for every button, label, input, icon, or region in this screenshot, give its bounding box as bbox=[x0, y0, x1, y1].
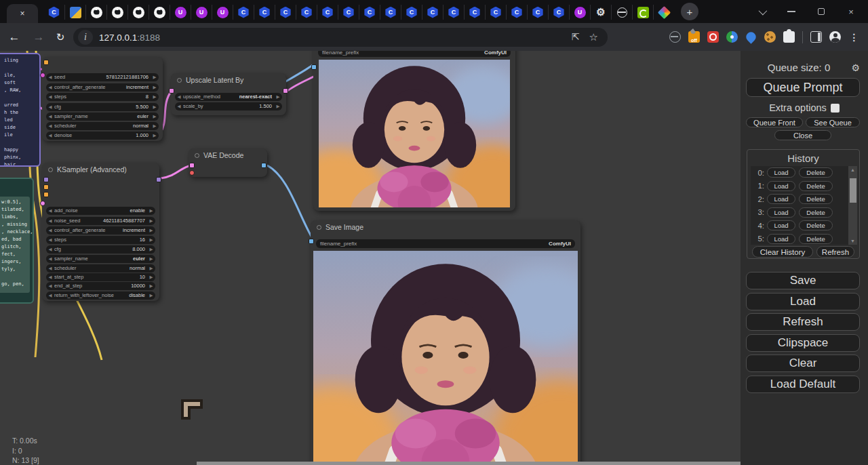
ksampler-node[interactable]: ◀seed578122121881706▶ ◀control_after_gen… bbox=[42, 57, 163, 141]
off-badge-extension-icon[interactable]: off bbox=[688, 31, 700, 43]
decrement-arrow[interactable]: ◀ bbox=[46, 85, 54, 90]
decrement-arrow[interactable]: ◀ bbox=[46, 247, 54, 252]
increment-arrow[interactable]: ▶ bbox=[147, 266, 155, 271]
decrement-arrow[interactable]: ◀ bbox=[46, 293, 54, 298]
tab-favicon-comfyui[interactable]: C bbox=[548, 5, 569, 20]
decrement-arrow[interactable]: ◀ bbox=[46, 228, 54, 233]
settings-gear-icon[interactable]: ⚙ bbox=[851, 62, 860, 73]
tab-favicon-comfyui[interactable]: C bbox=[527, 5, 548, 20]
collapse-dot-icon[interactable] bbox=[317, 225, 321, 230]
address-bar[interactable]: i 127.0.0.1:8188 ⇱ ☆ bbox=[73, 28, 608, 47]
tab-favicon-comfyui[interactable]: C bbox=[422, 5, 443, 20]
collapse-dot-icon[interactable] bbox=[177, 78, 182, 83]
minimize-button[interactable] bbox=[787, 7, 796, 16]
decrement-arrow[interactable]: ◀ bbox=[46, 218, 54, 224]
clipspace-button[interactable]: Clipspace bbox=[746, 334, 860, 352]
tab-favicon-ultralytics[interactable]: U bbox=[170, 5, 191, 20]
increment-arrow[interactable]: ▶ bbox=[151, 94, 159, 100]
tab-favicon-color-diamond[interactable] bbox=[653, 5, 674, 20]
bookmark-star-icon[interactable]: ☆ bbox=[589, 31, 598, 43]
widget-sampler-name[interactable]: ◀sampler_nameeuler▶ bbox=[46, 255, 155, 263]
generated-image-preview[interactable] bbox=[319, 60, 510, 207]
increment-arrow[interactable]: ▶ bbox=[151, 114, 159, 119]
decrement-arrow[interactable]: ◀ bbox=[46, 283, 54, 289]
active-tab[interactable]: × bbox=[7, 4, 38, 23]
history-delete-button[interactable]: Delete bbox=[799, 181, 833, 191]
widget-control-after-generate[interactable]: ◀control_after_generateincrement▶ bbox=[46, 83, 159, 92]
collapse-dot-icon[interactable] bbox=[195, 153, 199, 158]
tab-favicon-comfyui[interactable]: C bbox=[338, 5, 359, 20]
tab-favicon-comfyui[interactable]: C bbox=[443, 5, 464, 20]
increment-arrow[interactable]: ▶ bbox=[147, 256, 155, 262]
increment-arrow[interactable]: ▶ bbox=[274, 104, 282, 109]
history-load-button[interactable]: Load bbox=[767, 234, 795, 244]
site-info-icon[interactable]: i bbox=[78, 30, 93, 45]
samples-input-port[interactable] bbox=[189, 163, 195, 168]
tab-favicon-comfyui[interactable]: C bbox=[275, 5, 296, 20]
history-load-button[interactable]: Load bbox=[767, 220, 795, 230]
increment-arrow[interactable]: ▶ bbox=[147, 293, 155, 298]
tab-favicon-ultralytics[interactable]: U bbox=[569, 5, 590, 20]
decrement-arrow[interactable]: ◀ bbox=[46, 208, 54, 214]
load-default-button[interactable]: Load Default bbox=[746, 376, 860, 393]
tab-favicon-github[interactable] bbox=[127, 5, 149, 20]
increment-arrow[interactable]: ▶ bbox=[151, 75, 159, 80]
node-graph-canvas[interactable]: iling ile, soft , RAW, urred h the led s… bbox=[0, 51, 741, 465]
widget-cfg[interactable]: ◀cfg5.500▶ bbox=[46, 103, 159, 111]
decrement-arrow[interactable]: ◀ bbox=[46, 123, 54, 129]
decrement-arrow[interactable]: ◀ bbox=[46, 275, 54, 280]
latent-output-port[interactable] bbox=[156, 177, 161, 182]
clear-history-button[interactable]: Clear History bbox=[752, 246, 813, 258]
widget-scheduler[interactable]: ◀schedulernormal▶ bbox=[46, 122, 159, 130]
save-image-node[interactable]: Save Image filename_prefix ComfyUI bbox=[311, 220, 580, 465]
widget-sampler-name[interactable]: ◀sampler_nameeuler▶ bbox=[46, 113, 159, 121]
decrement-arrow[interactable]: ◀ bbox=[46, 114, 54, 119]
queue-front-button[interactable]: Queue Front bbox=[746, 117, 803, 127]
browser-menu-icon[interactable]: ⋮ bbox=[848, 31, 860, 43]
decrement-arrow[interactable]: ◀ bbox=[46, 94, 54, 100]
widget-add-noise[interactable]: ◀add_noiseenable▶ bbox=[46, 207, 155, 215]
tab-favicon-ultralytics[interactable]: U bbox=[212, 5, 233, 20]
increment-arrow[interactable]: ▶ bbox=[147, 247, 155, 252]
tab-favicon-comfyui[interactable]: C bbox=[464, 5, 485, 20]
history-delete-button[interactable]: Delete bbox=[799, 220, 833, 230]
tab-favicon-comfyui[interactable]: C bbox=[401, 5, 422, 20]
tab-favicon-comfyui[interactable]: C bbox=[43, 5, 64, 20]
conditioning-port[interactable] bbox=[43, 60, 49, 65]
drop-extension-icon[interactable] bbox=[744, 30, 757, 43]
widget-start-at-step[interactable]: ◀start_at_step10▶ bbox=[46, 273, 155, 281]
tab-favicon-comfyui[interactable]: C bbox=[506, 5, 527, 20]
tab-search-chevron-icon[interactable] bbox=[757, 7, 766, 16]
widget-steps[interactable]: ◀steps16▶ bbox=[46, 236, 155, 244]
tab-favicon-comfyui[interactable]: C bbox=[359, 5, 380, 20]
increment-arrow[interactable]: ▶ bbox=[151, 133, 159, 138]
tab-favicon-globe[interactable] bbox=[611, 5, 632, 20]
scroll-down-icon[interactable]: ▼ bbox=[848, 239, 857, 243]
increment-arrow[interactable]: ▶ bbox=[151, 104, 159, 110]
clear-button[interactable]: Clear bbox=[746, 355, 860, 372]
decrement-arrow[interactable]: ◀ bbox=[46, 256, 54, 262]
images-input-port[interactable] bbox=[311, 64, 317, 70]
decrement-arrow[interactable]: ◀ bbox=[46, 75, 54, 80]
widget-filename-prefix[interactable]: filename_prefix ComfyUI bbox=[318, 51, 511, 57]
history-delete-button[interactable]: Delete bbox=[799, 207, 833, 218]
history-refresh-button[interactable]: Refresh bbox=[816, 246, 854, 258]
decrement-arrow[interactable]: ◀ bbox=[46, 266, 54, 271]
decrement-arrow[interactable]: ◀ bbox=[46, 133, 54, 138]
increment-arrow[interactable]: ▶ bbox=[147, 218, 155, 224]
tab-favicon-comfyui[interactable]: C bbox=[317, 5, 338, 20]
positive-input-port[interactable] bbox=[43, 184, 49, 190]
tab-favicon-comfyui[interactable]: C bbox=[233, 5, 254, 20]
tab-favicon-github[interactable] bbox=[149, 5, 170, 20]
upscale-latent-by-node[interactable]: Upscale Latent By ◀upscale_methodnearest… bbox=[171, 73, 286, 115]
cookie-extension-icon[interactable] bbox=[764, 31, 776, 43]
tab-favicon-nvidia[interactable] bbox=[632, 5, 653, 20]
widget-seed[interactable]: ◀seed578122121881706▶ bbox=[46, 73, 159, 81]
horizontal-scrollbar[interactable] bbox=[197, 462, 741, 465]
queue-prompt-button[interactable]: Queue Prompt bbox=[746, 78, 860, 97]
red-o-extension-icon[interactable] bbox=[707, 31, 719, 43]
reload-button[interactable]: ↻ bbox=[52, 28, 69, 46]
tab-favicon-comfyui[interactable]: C bbox=[254, 5, 275, 20]
image-output-port[interactable] bbox=[261, 163, 267, 168]
extensions-puzzle-icon[interactable] bbox=[783, 31, 795, 43]
